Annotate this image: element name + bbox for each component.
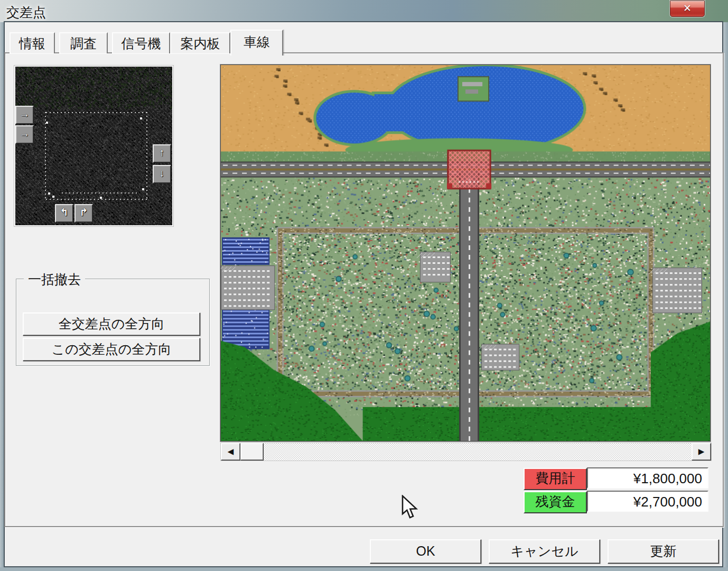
tab-info[interactable]: 情報 bbox=[10, 32, 55, 53]
intersection-preview[interactable]: → → ↑ ↓ ↰ ↱ bbox=[14, 65, 174, 227]
tab-lanes[interactable]: 車線 bbox=[230, 30, 283, 56]
arrow-up-icon: ↑ bbox=[160, 147, 165, 158]
bulk-remove-group: 一括撤去 全交差点の全方向 この交差点の全方向 bbox=[16, 279, 210, 366]
scroll-right-button[interactable]: ▶ bbox=[692, 443, 711, 461]
lane-arrow-button-right-top[interactable]: ↑ bbox=[153, 144, 171, 163]
triangle-left-icon: ◀ bbox=[228, 447, 234, 456]
bulk-remove-group-label: 一括撤去 bbox=[24, 271, 85, 288]
city-map-viewport[interactable] bbox=[220, 65, 711, 441]
lane-arrow-button-left-bottom[interactable]: → bbox=[15, 125, 34, 144]
arrow-right-icon: → bbox=[20, 108, 30, 119]
close-button[interactable]: ✕ bbox=[670, 1, 705, 17]
window-border-right bbox=[723, 22, 728, 571]
triangle-right-icon: ▶ bbox=[698, 447, 705, 456]
remaining-funds-label: 残資金 bbox=[524, 491, 587, 513]
scroll-left-button[interactable]: ◀ bbox=[221, 443, 240, 461]
total-cost-value: ¥1,800,000 bbox=[587, 467, 708, 489]
arrow-turn-left-icon: ↰ bbox=[60, 207, 69, 218]
lane-arrow-button-bottom-right[interactable]: ↱ bbox=[74, 204, 93, 223]
total-cost-label: 費用計 bbox=[524, 468, 587, 490]
lane-arrow-button-bottom-left[interactable]: ↰ bbox=[55, 204, 73, 223]
window-border-left bbox=[0, 22, 4, 571]
arrow-turn-right-icon: ↱ bbox=[80, 207, 88, 218]
tab-guideboard[interactable]: 案内板 bbox=[170, 32, 230, 53]
close-icon: ✕ bbox=[683, 3, 692, 14]
remove-this-intersection-button[interactable]: この交差点の全方向 bbox=[23, 338, 200, 361]
cancel-button[interactable]: キャンセル bbox=[489, 539, 600, 564]
lane-arrow-button-left-top[interactable]: → bbox=[15, 106, 34, 124]
ok-button[interactable]: OK bbox=[370, 539, 481, 564]
window-border-bottom bbox=[0, 567, 728, 571]
remaining-funds-value: ¥2,700,000 bbox=[587, 491, 708, 512]
tab-signals[interactable]: 信号機 bbox=[112, 32, 170, 53]
map-horizontal-scrollbar[interactable]: ◀ ▶ bbox=[220, 443, 712, 461]
intersection-preview-canvas[interactable] bbox=[15, 67, 172, 225]
arrow-right-icon: → bbox=[20, 128, 30, 139]
update-button[interactable]: 更新 bbox=[608, 539, 719, 564]
scrollbar-thumb[interactable] bbox=[240, 443, 264, 461]
remove-all-intersections-button[interactable]: 全交差点の全方向 bbox=[23, 312, 200, 336]
lane-arrow-button-right-bottom[interactable]: ↓ bbox=[153, 165, 171, 183]
window-title: 交差点 bbox=[6, 4, 46, 21]
city-map-canvas[interactable] bbox=[221, 65, 710, 441]
titlebar[interactable]: 交差点 ✕ bbox=[0, 0, 728, 22]
intersection-dialog: 交差点 ✕ 情報 調査 信号機 案内板 車線 → → ↑ ↓ ↰ ↱ 一括撤去 … bbox=[0, 0, 728, 571]
arrow-down-icon: ↓ bbox=[160, 168, 165, 179]
tab-survey[interactable]: 調査 bbox=[59, 32, 108, 53]
